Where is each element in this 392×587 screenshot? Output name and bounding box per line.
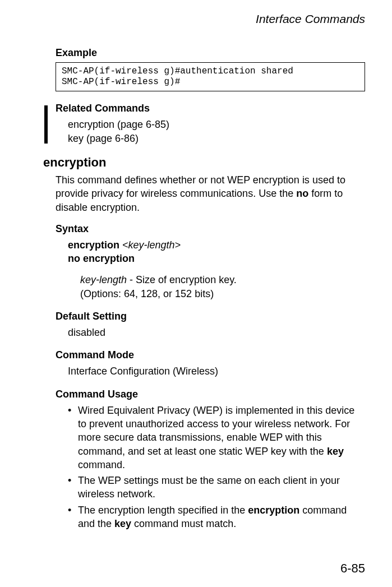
- param-options: (Options: 64, 128, or 152 bits): [80, 287, 365, 301]
- page-number: 6-85: [340, 561, 365, 576]
- default-setting-label: Default Setting: [56, 311, 365, 322]
- example-label: Example: [56, 47, 365, 59]
- change-bar: [44, 105, 48, 144]
- syntax-cmd-1: encryption: [68, 239, 119, 251]
- syntax-label: Syntax: [56, 223, 365, 235]
- command-description: This command defines whether or not WEP …: [56, 173, 365, 214]
- b2-text: The WEP settings must be the same on eac…: [78, 475, 340, 500]
- code-line-1: SMC-AP(if-wireless g)#authentication sha…: [62, 66, 293, 76]
- example-code: SMC-AP(if-wireless g)#authentication sha…: [56, 62, 365, 91]
- syntax-param: key-length - Size of encryption key. (Op…: [68, 273, 365, 301]
- page-header: Interface Commands: [0, 0, 392, 26]
- command-usage-label: Command Usage: [56, 389, 365, 400]
- related-item-2: key (page 6-86): [68, 132, 365, 145]
- syntax-arg-1: <key-length>: [119, 239, 181, 251]
- param-desc: - Size of encryption key.: [127, 274, 237, 285]
- command-title: encryption: [43, 155, 365, 170]
- param-name: key-length: [80, 274, 127, 285]
- b1-text-b: command.: [78, 459, 125, 470]
- b3-bold-1: encryption: [248, 505, 299, 516]
- param-line-1: key-length - Size of encryption key.: [80, 273, 365, 286]
- b3-bold-2: key: [114, 518, 131, 529]
- b1-text-a: Wired Equivalent Privacy (WEP) is implem…: [78, 405, 354, 457]
- syntax-line-1: encryption <key-length>: [68, 238, 365, 252]
- related-commands-label: Related Commands: [56, 103, 365, 114]
- b3-text-c: command must match.: [131, 518, 236, 529]
- default-setting-value: disabled: [56, 326, 365, 339]
- usage-bullet-3: The encryption length specified in the e…: [68, 503, 365, 531]
- usage-bullet-2: The WEP settings must be the same on eac…: [68, 474, 365, 501]
- b3-text-a: The encryption length specified in the: [78, 505, 248, 516]
- usage-bullet-1: Wired Equivalent Privacy (WEP) is implem…: [68, 404, 365, 472]
- related-item-1: encryption (page 6-85): [68, 118, 365, 131]
- syntax-line-2: no encryption: [68, 252, 365, 265]
- command-mode-label: Command Mode: [56, 349, 365, 361]
- usage-bullets: Wired Equivalent Privacy (WEP) is implem…: [56, 404, 365, 531]
- header-title: Interface Commands: [256, 12, 365, 25]
- related-commands-list: encryption (page 6-85) key (page 6-86): [56, 118, 365, 145]
- b1-bold: key: [327, 446, 344, 457]
- command-mode-value: Interface Configuration (Wireless): [56, 364, 365, 378]
- syntax-cmd-2: no encryption: [68, 253, 135, 264]
- syntax-block: encryption <key-length> no encryption ke…: [56, 238, 365, 301]
- code-line-2: SMC-AP(if-wireless g)#: [62, 77, 180, 87]
- page-content: Example SMC-AP(if-wireless g)#authentica…: [0, 26, 392, 530]
- desc-bold: no: [296, 188, 308, 199]
